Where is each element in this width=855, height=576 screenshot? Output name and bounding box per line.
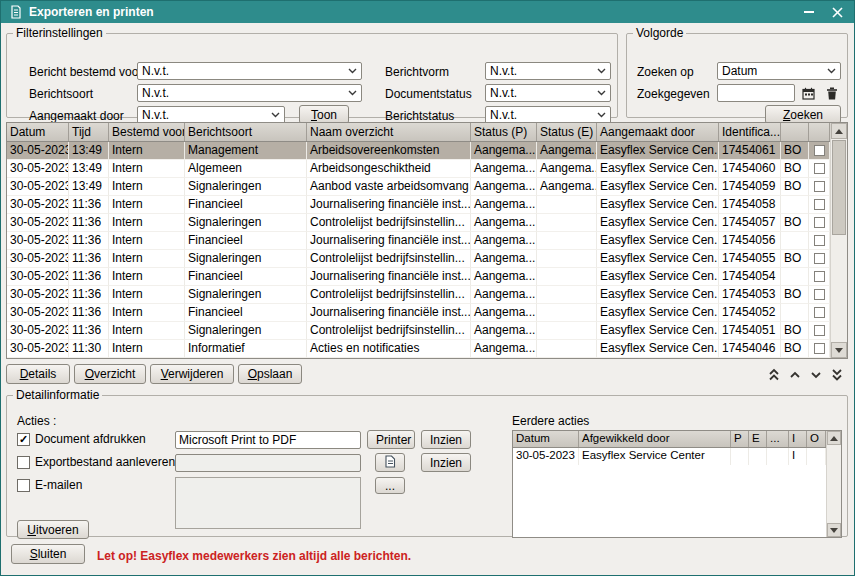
scroll-top-button[interactable] bbox=[765, 365, 783, 383]
row-checkbox[interactable] bbox=[809, 196, 830, 214]
table-row[interactable]: 30-05-202311:36InternSignaleringenContro… bbox=[7, 250, 847, 268]
table-cell: 17454059 bbox=[719, 178, 781, 196]
zoekgegeven-input[interactable] bbox=[717, 84, 795, 102]
table-cell: Arbeidsovereenkomsten bbox=[307, 142, 471, 160]
close-button[interactable] bbox=[828, 4, 846, 20]
column-header[interactable]: Afgewikkeld door bbox=[579, 431, 731, 447]
export-file-input[interactable] bbox=[175, 454, 361, 472]
email-browse-button[interactable]: ... bbox=[375, 477, 405, 494]
table-row[interactable]: 30-05-202313:49InternSignaleringenAanbod… bbox=[7, 178, 847, 196]
documentstatus-label: Documentstatus bbox=[385, 85, 472, 103]
row-checkbox[interactable] bbox=[809, 232, 830, 250]
sluiten-button[interactable]: Sluiten bbox=[11, 544, 85, 564]
table-row[interactable]: 30-05-202313:49InternAlgemeenArbeidsonge… bbox=[7, 160, 847, 178]
column-header[interactable]: Naam overzicht bbox=[307, 123, 471, 141]
row-checkbox[interactable] bbox=[809, 286, 830, 304]
column-header[interactable]: E bbox=[749, 431, 767, 447]
scroll-bottom-button[interactable] bbox=[828, 365, 846, 383]
column-header[interactable]: Tijd bbox=[69, 123, 109, 141]
uitvoeren-button[interactable]: Uitvoeren bbox=[17, 520, 89, 539]
row-checkbox[interactable] bbox=[809, 142, 830, 160]
column-header[interactable]: Status (P) bbox=[471, 123, 537, 141]
table-cell: Signaleringen bbox=[185, 286, 307, 304]
triangle-down-icon bbox=[835, 348, 843, 353]
inzien-export-button[interactable]: Inzien bbox=[421, 453, 471, 472]
scrollbar-up-button[interactable] bbox=[831, 123, 847, 139]
email-recipients-box[interactable] bbox=[175, 477, 361, 529]
calendar-button[interactable] bbox=[799, 85, 817, 102]
berichtsoort-select[interactable]: N.v.t. bbox=[137, 84, 362, 102]
table-cell: BO bbox=[781, 250, 809, 268]
row-checkbox[interactable] bbox=[809, 250, 830, 268]
row-checkbox[interactable] bbox=[809, 214, 830, 232]
scrollbar-thumb[interactable] bbox=[832, 140, 846, 235]
clear-button[interactable] bbox=[823, 85, 841, 102]
column-header[interactable]: I bbox=[789, 431, 807, 447]
table-row[interactable]: 30-05-202311:30InternInformatiefActies e… bbox=[7, 340, 847, 358]
scrollbar-up-button[interactable] bbox=[827, 431, 841, 445]
row-checkbox[interactable] bbox=[809, 322, 830, 340]
table-row[interactable]: 30-05-202311:36InternFinancieelJournalis… bbox=[7, 196, 847, 214]
inzien-print-button[interactable]: Inzien bbox=[421, 430, 471, 449]
zoeken-op-select[interactable]: Datum bbox=[717, 62, 841, 80]
table-row[interactable]: 30-05-202311:36InternSignaleringenContro… bbox=[7, 214, 847, 232]
table-row[interactable]: 30-05-2023Easyflex Service CenterI bbox=[513, 448, 841, 465]
table-cell: 17454054 bbox=[719, 268, 781, 286]
table-row[interactable]: 30-05-202313:49InternManagementArbeidsov… bbox=[7, 142, 847, 160]
eerdere-acties-scrollbar[interactable] bbox=[826, 431, 841, 537]
table-scrollbar[interactable] bbox=[830, 123, 847, 358]
exportbestand-checkbox[interactable] bbox=[17, 456, 30, 469]
row-checkbox[interactable] bbox=[809, 160, 830, 178]
table-cell: 30-05-2023 bbox=[7, 196, 69, 214]
column-header[interactable]: P bbox=[731, 431, 749, 447]
minimize-button[interactable] bbox=[800, 4, 818, 20]
document-afdrukken-checkbox[interactable]: ✓ bbox=[17, 433, 30, 446]
table-cell: Intern bbox=[109, 250, 185, 268]
table-cell: Aangema... bbox=[471, 196, 537, 214]
chevron-up-icon bbox=[789, 367, 801, 382]
column-header[interactable]: O bbox=[807, 431, 826, 447]
details-button[interactable]: Details bbox=[6, 364, 70, 384]
column-header[interactable]: Status (E) bbox=[537, 123, 597, 141]
berichtvorm-select[interactable]: N.v.t. bbox=[485, 62, 611, 80]
checkbox-box bbox=[814, 289, 825, 300]
table-row[interactable]: 30-05-202311:36InternFinancieelJournalis… bbox=[7, 268, 847, 286]
column-header[interactable]: Berichtsoort bbox=[185, 123, 307, 141]
row-checkbox[interactable] bbox=[809, 340, 830, 358]
overzicht-button[interactable]: Overzicht bbox=[74, 364, 146, 384]
table-row[interactable]: 30-05-202311:36InternFinancieelJournalis… bbox=[7, 232, 847, 250]
table-cell: 30-05-2023 bbox=[513, 448, 579, 465]
printer-button[interactable]: Printer bbox=[367, 430, 415, 449]
column-header[interactable]: ... bbox=[767, 431, 789, 447]
row-checkbox[interactable] bbox=[809, 304, 830, 322]
opslaan-button[interactable]: Opslaan bbox=[238, 364, 302, 384]
column-header[interactable] bbox=[781, 123, 809, 141]
column-header[interactable]: Bestemd voor bbox=[109, 123, 185, 141]
verwijderen-button[interactable]: Verwijderen bbox=[150, 364, 234, 384]
table-cell bbox=[537, 232, 597, 250]
documentstatus-select[interactable]: N.v.t. bbox=[485, 84, 611, 102]
emailen-checkbox[interactable] bbox=[17, 479, 30, 492]
column-header[interactable]: Datum bbox=[7, 123, 69, 141]
table-row[interactable]: 30-05-202311:36InternSignaleringenContro… bbox=[7, 322, 847, 340]
column-header[interactable] bbox=[809, 123, 830, 141]
berichtvorm-label: Berichtvorm bbox=[385, 63, 449, 81]
detail-info-group: Detailinformatie Acties : ✓ Document afd… bbox=[6, 388, 848, 537]
table-cell: 17454058 bbox=[719, 196, 781, 214]
scrollbar-down-button[interactable] bbox=[827, 523, 841, 537]
zoeken-op-label: Zoeken op bbox=[637, 63, 694, 81]
checkbox-box bbox=[814, 145, 825, 156]
table-row[interactable]: 30-05-202311:36InternFinancieelJournalis… bbox=[7, 304, 847, 322]
scroll-up-button[interactable] bbox=[786, 365, 804, 383]
row-checkbox[interactable] bbox=[809, 178, 830, 196]
scrollbar-down-button[interactable] bbox=[831, 342, 847, 358]
column-header[interactable]: Aangemaakt door bbox=[597, 123, 719, 141]
bericht-bestemd-voor-select[interactable]: N.v.t. bbox=[137, 62, 362, 80]
column-header[interactable]: Identifica... bbox=[719, 123, 781, 141]
scroll-down-button[interactable] bbox=[807, 365, 825, 383]
column-header[interactable]: Datum bbox=[513, 431, 579, 447]
export-file-button[interactable] bbox=[375, 453, 405, 472]
row-checkbox[interactable] bbox=[809, 268, 830, 286]
table-row[interactable]: 30-05-202311:36InternSignaleringenContro… bbox=[7, 286, 847, 304]
printer-name-input[interactable] bbox=[175, 431, 361, 449]
